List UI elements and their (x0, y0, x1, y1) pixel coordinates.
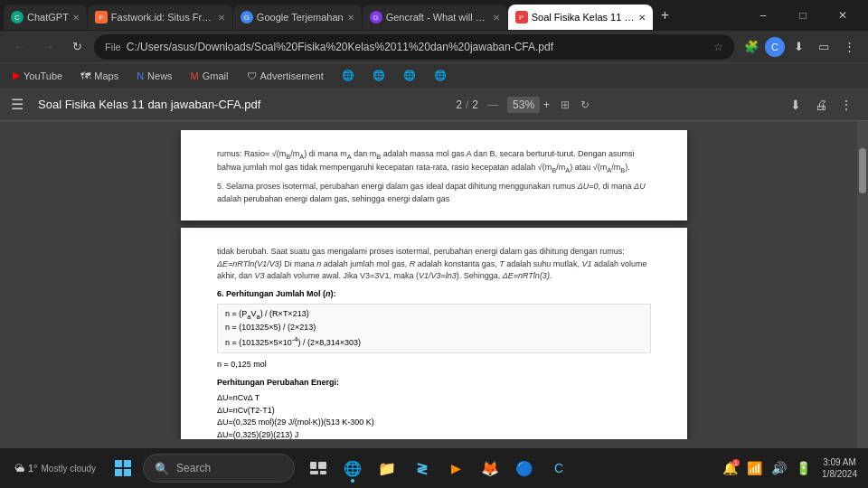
bookmark-advertisement-label: Advertisement (260, 70, 324, 81)
mol-formula-box: n = (PaVa) / (R×T×213) n = (101325×5) / … (217, 304, 651, 353)
extensions-icon[interactable]: 🧩 (740, 35, 763, 59)
winrar-icon[interactable]: C (542, 452, 575, 484)
address-icons: ☆ (713, 41, 723, 53)
clock-date: 1/8/2024 (822, 468, 857, 480)
scrollbar-thumb[interactable] (859, 148, 866, 193)
windows-logo-icon (115, 460, 131, 476)
bookmark-youtube-label: YouTube (24, 70, 62, 81)
vscode-icon[interactable]: ≷ (405, 452, 438, 484)
tab-google-trans-label: Google Terjemahan (257, 12, 344, 23)
taskview-icon[interactable] (302, 452, 335, 484)
energy4: ΔU=(0,325)(29)(213) J (217, 429, 651, 439)
bookmark-advertisement[interactable]: 🛡 Advertisement (241, 69, 329, 83)
start-button[interactable] (107, 452, 139, 484)
tab-google-trans-close[interactable]: ✕ (347, 13, 354, 23)
sidebar-icon[interactable]: ▭ (812, 35, 835, 59)
edge-taskbar-icon[interactable]: 🌐 (336, 452, 369, 484)
vscode-logo: ≷ (416, 460, 428, 477)
pdf-page-2: tidak berubah. Saat suatu gas mengalami … (181, 228, 687, 439)
extra2-icon: 🌐 (373, 70, 385, 81)
protocol-label: File (105, 42, 121, 52)
gencraft-icon: G (370, 11, 382, 23)
pdf-page-info: 2 / 2 (456, 99, 478, 111)
bookmark-news[interactable]: N News (131, 69, 177, 83)
tab-fastwork[interactable]: F Fastwork.id: Situs Freelan... ✕ (88, 5, 232, 30)
page2-continuation: tidak berubah. Saat suatu gas mengalami … (217, 246, 651, 283)
weather-temp: 1° (28, 463, 38, 474)
bookmark-youtube[interactable]: ▶ YouTube (7, 68, 68, 83)
search-icon: 🔍 (155, 462, 169, 475)
weather-icon: 🌥 (14, 463, 24, 474)
pdf-print-icon[interactable]: 🖨 (810, 94, 832, 116)
svg-rect-2 (115, 469, 122, 476)
tab-fastwork-close[interactable]: ✕ (218, 13, 225, 23)
view-icon[interactable]: ⊞ (561, 99, 570, 111)
network-icon[interactable]: 📶 (743, 457, 766, 479)
chrome-icon[interactable]: 🔵 (508, 452, 541, 484)
svg-rect-7 (320, 471, 326, 474)
weather-widget[interactable]: 🌥 1° Mostly cloudy (7, 463, 103, 474)
rotate-icon[interactable]: ↻ (580, 99, 590, 111)
svg-rect-3 (124, 469, 131, 476)
pdf-scrollbar[interactable] (857, 121, 868, 448)
zoom-value: 53% (507, 97, 540, 113)
bookmark-gmail[interactable]: M Gmail (185, 69, 234, 83)
window-controls: – □ ✕ (745, 3, 864, 28)
tab-gencraft-label: Gencraft - What will you... (386, 12, 489, 23)
energy-title: Perhitungan Perubahan Energi: (217, 377, 651, 389)
minimize-button[interactable]: – (745, 3, 781, 28)
mol-formula1: n = (PaVa) / (R×T×213) (225, 308, 643, 322)
tab-gencraft[interactable]: G Gencraft - What will you... ✕ (363, 5, 507, 30)
notification-badge: 1 (732, 459, 740, 466)
advertisement-icon: 🛡 (247, 70, 257, 81)
battery-icon[interactable]: 🔋 (792, 457, 815, 479)
tab-chatgpt[interactable]: C ChatGPT ✕ (4, 5, 87, 30)
edge-active-indicator (351, 479, 354, 483)
edge-icon: 🌐 (344, 460, 362, 477)
pdf-menu-icon[interactable]: ☰ (11, 96, 24, 113)
pdf-download-icon[interactable]: ⬇ (785, 94, 807, 116)
notification-icon[interactable]: 🔔 1 (719, 457, 741, 479)
bookmark-maps[interactable]: 🗺 Maps (75, 69, 124, 83)
taskbar-search[interactable]: 🔍 Search (143, 454, 295, 483)
bookmark-maps-label: Maps (94, 70, 118, 81)
forward-button[interactable]: → (36, 35, 60, 59)
menu-icon[interactable]: ⋮ (837, 35, 861, 59)
close-button[interactable]: ✕ (825, 3, 861, 28)
download-icon[interactable]: ⬇ (787, 35, 810, 59)
tab-chatgpt-close[interactable]: ✕ (72, 13, 80, 23)
maximize-button[interactable]: □ (785, 3, 821, 28)
system-clock[interactable]: 3:09 AM 1/8/2024 (818, 456, 861, 480)
sound-icon[interactable]: 🔊 (768, 457, 790, 479)
profile-icon[interactable]: C (765, 37, 785, 57)
zoom-plus-icon[interactable]: + (543, 99, 550, 111)
bookmark-extra3[interactable]: 🌐 (398, 68, 421, 83)
bookmark-extra1[interactable]: 🌐 (336, 68, 360, 83)
tab-google-trans[interactable]: G Google Terjemahan ✕ (233, 5, 362, 30)
star-icon[interactable]: ☆ (713, 41, 723, 53)
terminal-icon[interactable]: ▶ (439, 452, 472, 484)
address-field[interactable]: File C:/Users/asus/Downloads/Soal%20Fisi… (94, 34, 734, 60)
bookmark-extra2[interactable]: 🌐 (367, 68, 391, 83)
new-tab-button[interactable]: + (654, 7, 676, 23)
firefox-icon[interactable]: 🦊 (474, 452, 506, 484)
tab-gencraft-close[interactable]: ✕ (493, 13, 500, 23)
youtube-icon: ▶ (13, 70, 20, 81)
pdf-more-icon[interactable]: ⋮ (835, 94, 857, 116)
gmail-icon: M (191, 70, 199, 81)
energy2: ΔU=nCv(T2-T1) (217, 405, 651, 418)
taskbar: 🌥 1° Mostly cloudy 🔍 Search (0, 448, 868, 488)
explorer-icon[interactable]: 📁 (371, 452, 403, 484)
bookmark-extra4[interactable]: 🌐 (429, 68, 452, 83)
search-text: Search (176, 462, 211, 474)
back-button[interactable]: ← (7, 35, 31, 59)
tab-soal-fisika-close[interactable]: ✕ (638, 13, 646, 23)
mol-calc2: n = (101325×5×10-4) / (2×8,314×303) (225, 334, 643, 350)
weather-desc: Mostly cloudy (42, 464, 97, 474)
tab-soal-fisika[interactable]: P Soal Fisika Kelas 11 dan... ✕ (508, 5, 653, 30)
pdf-scroll[interactable]: rumus: Rasio= √(mB/mA) di mana mA dan mB… (9, 130, 859, 439)
page2-item6: 6. Perhitungan Jumlah Mol (n): (217, 288, 651, 301)
extra3-icon: 🌐 (403, 70, 416, 81)
reload-button[interactable]: ↻ (65, 35, 89, 59)
pdf-nav: 2 / 2 — 53% + ⊞ ↻ (456, 97, 590, 113)
